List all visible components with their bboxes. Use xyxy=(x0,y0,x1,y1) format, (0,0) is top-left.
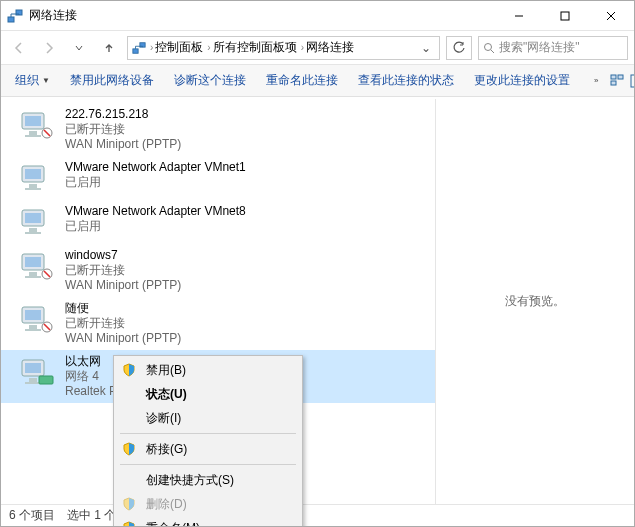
window-title: 网络连接 xyxy=(29,7,496,24)
titlebar: 网络连接 xyxy=(1,1,634,31)
nic-icon xyxy=(19,248,55,284)
breadcrumb-bar[interactable]: ›控制面板 ›所有控制面板项 ›网络连接 ⌄ xyxy=(127,36,440,60)
item-device: WAN Miniport (PPTP) xyxy=(65,137,181,152)
preview-pane: 没有预览。 xyxy=(436,99,634,504)
item-name: VMware Network Adapter VMnet8 xyxy=(65,204,246,219)
ctx-label: 禁用(B) xyxy=(146,362,186,379)
refresh-button[interactable] xyxy=(446,36,472,60)
list-item[interactable]: 222.76.215.218 已断开连接 WAN Miniport (PPTP) xyxy=(1,103,435,156)
item-count: 6 个项目 xyxy=(9,507,55,524)
svg-rect-19 xyxy=(29,131,37,135)
svg-rect-28 xyxy=(25,213,41,223)
svg-rect-47 xyxy=(39,376,53,384)
list-item[interactable]: VMware Network Adapter VMnet1 已启用 xyxy=(1,156,435,200)
svg-rect-10 xyxy=(611,75,616,79)
ctx-rename[interactable]: 重命名(M) xyxy=(114,516,302,527)
view-status-button[interactable]: 查看此连接的状态 xyxy=(350,68,462,93)
ctx-bridge[interactable]: 桥接(G) xyxy=(114,437,302,461)
item-device: WAN Miniport (PPTP) xyxy=(65,331,181,346)
ctx-label: 诊断(I) xyxy=(146,410,181,427)
statusbar: 6 个项目 选中 1 个 xyxy=(1,504,634,526)
forward-button[interactable] xyxy=(37,36,61,60)
chevron-down-icon: ▼ xyxy=(42,76,50,85)
ctx-label: 删除(D) xyxy=(146,496,187,513)
network-icon xyxy=(7,8,23,24)
separator xyxy=(120,433,296,434)
window-controls xyxy=(496,1,634,31)
svg-rect-33 xyxy=(29,272,37,276)
ctx-diagnose[interactable]: 诊断(I) xyxy=(114,406,302,430)
svg-rect-44 xyxy=(25,363,41,373)
svg-rect-3 xyxy=(561,12,569,20)
no-preview-label: 没有预览。 xyxy=(505,293,565,310)
separator xyxy=(120,464,296,465)
breadcrumb[interactable]: ›所有控制面板项 xyxy=(207,39,296,56)
crumb-label: 控制面板 xyxy=(155,39,203,56)
up-button[interactable] xyxy=(97,36,121,60)
ctx-label: 状态(U) xyxy=(146,386,187,403)
nic-icon xyxy=(19,204,55,240)
ctx-shortcut[interactable]: 创建快捷方式(S) xyxy=(114,468,302,492)
svg-rect-40 xyxy=(25,329,41,331)
recent-dropdown[interactable] xyxy=(67,36,91,60)
svg-rect-13 xyxy=(631,75,635,87)
search-placeholder: 搜索"网络连接" xyxy=(499,39,580,56)
close-button[interactable] xyxy=(588,1,634,31)
view-options-button[interactable] xyxy=(610,70,626,92)
disable-device-button[interactable]: 禁用此网络设备 xyxy=(62,68,162,93)
change-settings-button[interactable]: 更改此连接的设置 xyxy=(466,68,578,93)
item-name: windows7 xyxy=(65,248,181,263)
item-status: 已断开连接 xyxy=(65,316,181,331)
breadcrumb[interactable]: ›控制面板 xyxy=(150,39,203,56)
maximize-button[interactable] xyxy=(542,1,588,31)
item-name: 222.76.215.218 xyxy=(65,107,181,122)
shield-icon xyxy=(120,495,138,513)
svg-rect-24 xyxy=(25,169,41,179)
address-bar: ›控制面板 ›所有控制面板项 ›网络连接 ⌄ 搜索"网络连接" xyxy=(1,31,634,65)
network-icon xyxy=(132,41,146,55)
minimize-button[interactable] xyxy=(496,1,542,31)
organize-menu[interactable]: 组织▼ xyxy=(7,68,58,93)
ctx-disable[interactable]: 禁用(B) xyxy=(114,358,302,382)
breadcrumb[interactable]: ›网络连接 xyxy=(301,39,354,56)
item-status: 已启用 xyxy=(65,175,246,190)
context-menu: 禁用(B) 状态(U) 诊断(I) 桥接(G) 创建快捷方式(S) 删除(D) … xyxy=(113,355,303,527)
nic-icon xyxy=(19,160,55,196)
search-input[interactable]: 搜索"网络连接" xyxy=(478,36,628,60)
svg-rect-30 xyxy=(25,232,41,234)
ctx-label: 桥接(G) xyxy=(146,441,187,458)
diagnose-button[interactable]: 诊断这个连接 xyxy=(166,68,254,93)
shield-icon xyxy=(120,361,138,379)
svg-rect-12 xyxy=(611,81,616,85)
svg-line-9 xyxy=(491,50,494,53)
chevron-down-icon[interactable]: ⌄ xyxy=(417,41,435,55)
svg-rect-6 xyxy=(133,48,138,52)
ctx-label: 创建快捷方式(S) xyxy=(146,472,234,489)
svg-rect-38 xyxy=(25,310,41,320)
item-device: WAN Miniport (PPTP) xyxy=(65,278,181,293)
rename-button[interactable]: 重命名此连接 xyxy=(258,68,346,93)
list-item[interactable]: VMware Network Adapter VMnet8 已启用 xyxy=(1,200,435,244)
preview-pane-button[interactable] xyxy=(630,70,635,92)
svg-rect-34 xyxy=(25,276,41,278)
list-item[interactable]: 随便 已断开连接 WAN Miniport (PPTP) xyxy=(1,297,435,350)
shield-icon xyxy=(120,440,138,458)
selected-count: 选中 1 个 xyxy=(67,507,116,524)
svg-rect-29 xyxy=(29,228,37,232)
search-icon xyxy=(483,42,495,54)
ctx-label: 重命名(M) xyxy=(146,520,200,528)
svg-rect-11 xyxy=(618,75,623,79)
svg-point-8 xyxy=(485,43,492,50)
item-status: 已断开连接 xyxy=(65,263,181,278)
svg-rect-20 xyxy=(25,135,41,137)
svg-rect-45 xyxy=(29,378,37,382)
more-menu[interactable]: » xyxy=(586,72,606,89)
item-name: 随便 xyxy=(65,301,181,316)
list-item[interactable]: windows7 已断开连接 WAN Miniport (PPTP) xyxy=(1,244,435,297)
command-bar: 组织▼ 禁用此网络设备 诊断这个连接 重命名此连接 查看此连接的状态 更改此连接… xyxy=(1,65,634,97)
crumb-label: 所有控制面板项 xyxy=(213,39,297,56)
item-status: 已断开连接 xyxy=(65,122,181,137)
ctx-status[interactable]: 状态(U) xyxy=(114,382,302,406)
svg-rect-25 xyxy=(29,184,37,188)
back-button[interactable] xyxy=(7,36,31,60)
